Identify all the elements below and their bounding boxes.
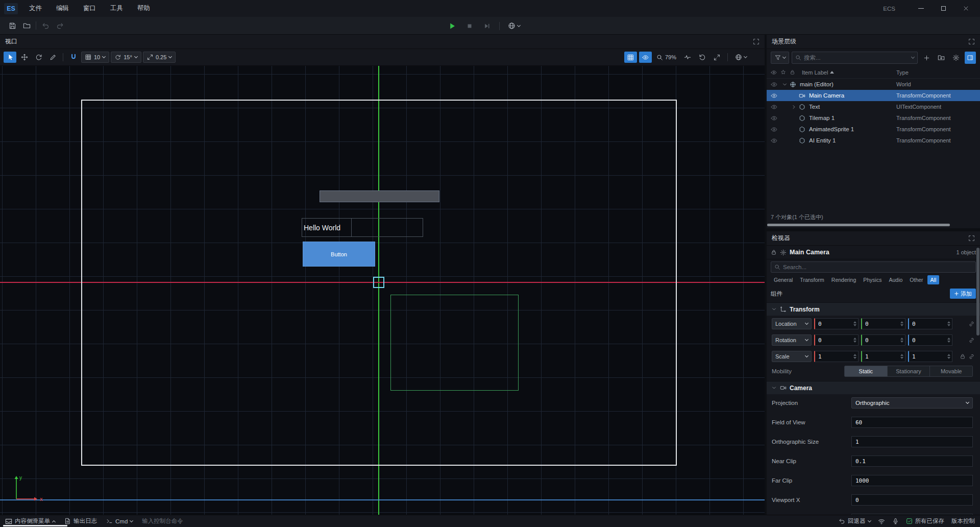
mobility-static[interactable]: Static	[845, 366, 888, 376]
expand-chevron[interactable]	[791, 104, 799, 110]
location-x-field[interactable]	[814, 318, 859, 329]
rotation-x-field[interactable]	[814, 334, 859, 346]
hierarchy-row[interactable]: Tilemap 1 TransformComponent	[767, 112, 980, 124]
rotation-x-input[interactable]	[815, 337, 853, 344]
scrollbar-thumb[interactable]	[976, 248, 979, 336]
scale-z-input[interactable]	[909, 353, 947, 360]
stats-button[interactable]	[681, 52, 694, 63]
origin-selection-box[interactable]	[373, 277, 384, 288]
location-mode-dropdown[interactable]: Location	[772, 318, 812, 329]
tab-physics[interactable]: Physics	[860, 275, 885, 284]
save-status-button[interactable]: 所有已保存	[906, 517, 945, 525]
scale-x-input[interactable]	[815, 353, 853, 360]
scale-x-field[interactable]	[814, 351, 859, 362]
scrollbar-thumb[interactable]	[767, 224, 950, 226]
tab-general[interactable]: General	[771, 275, 796, 284]
viewport-x-field[interactable]	[851, 494, 973, 506]
scale-mode-dropdown[interactable]: Scale	[772, 351, 812, 362]
stop-button[interactable]	[462, 19, 477, 33]
near-clip-field[interactable]	[851, 456, 973, 467]
reset-view-button[interactable]	[696, 52, 708, 63]
menu-help[interactable]: 帮助	[130, 0, 157, 17]
spinner[interactable]	[947, 354, 952, 359]
expand-panel-icon[interactable]	[968, 38, 975, 45]
output-log-button[interactable]: 输出日志	[64, 517, 97, 525]
rotate-tool-button[interactable]	[32, 52, 45, 63]
location-y-field[interactable]	[861, 318, 905, 329]
ui-button-widget[interactable]: Button	[303, 242, 375, 267]
angle-snap-dropdown[interactable]: 15°	[111, 52, 141, 63]
link-axes-icon[interactable]	[968, 337, 975, 344]
expand-panel-icon[interactable]	[968, 235, 975, 242]
spinner[interactable]	[853, 338, 858, 343]
visibility-toggle[interactable]	[771, 81, 782, 88]
eye-icon[interactable]	[771, 69, 777, 76]
tab-transform[interactable]: Transform	[797, 275, 827, 284]
spinner[interactable]	[947, 321, 952, 326]
hierarchy-search-input[interactable]	[804, 55, 909, 61]
select-tool-button[interactable]	[4, 52, 16, 63]
add-component-button[interactable]: 添加	[950, 289, 976, 299]
field-of-view-field[interactable]	[851, 417, 973, 428]
lock-icon[interactable]	[771, 249, 777, 255]
rotation-y-field[interactable]	[861, 334, 905, 346]
inspector-search[interactable]	[771, 261, 976, 273]
mobility-stationary[interactable]: Stationary	[888, 366, 930, 376]
maximize-button[interactable]	[932, 0, 954, 17]
inspector-search-input[interactable]	[783, 264, 972, 270]
world-dropdown[interactable]	[732, 51, 750, 64]
menu-file[interactable]: 文件	[22, 0, 49, 17]
rotation-y-input[interactable]	[862, 337, 900, 344]
ui-text-widget[interactable]: Hello World	[302, 218, 423, 237]
network-status-button[interactable]	[878, 518, 885, 525]
ui-slider-widget[interactable]	[320, 190, 439, 202]
revision-control-dropdown[interactable]: 回退器	[839, 517, 871, 525]
viewport-x-input[interactable]	[852, 497, 972, 504]
visibility-toggle[interactable]	[771, 126, 782, 133]
expand-panel-icon[interactable]	[753, 38, 760, 45]
hierarchy-row[interactable]: AnimatedSprite 1 TransformComponent	[767, 124, 980, 135]
column-type[interactable]: Type	[896, 69, 909, 76]
spinner[interactable]	[900, 354, 905, 359]
move-tool-button[interactable]	[18, 52, 31, 63]
visibility-toggle[interactable]	[771, 115, 782, 122]
near-clip-input[interactable]	[852, 458, 972, 465]
location-z-input[interactable]	[909, 321, 947, 327]
open-button[interactable]	[19, 19, 34, 32]
console-command-input[interactable]: 输入控制台命令	[142, 517, 183, 525]
scale-y-input[interactable]	[862, 353, 900, 360]
star-icon[interactable]	[780, 69, 786, 75]
spinner[interactable]	[900, 321, 905, 326]
field-of-view-input[interactable]	[852, 419, 972, 426]
spinner[interactable]	[853, 321, 858, 326]
transform-section-header[interactable]: Transform	[767, 302, 980, 316]
scale-z-field[interactable]	[908, 351, 952, 362]
orthographic-size-field[interactable]	[851, 436, 973, 447]
location-x-input[interactable]	[815, 321, 853, 327]
voice-button[interactable]	[892, 518, 899, 524]
redo-button[interactable]	[53, 19, 67, 32]
edit-tool-button[interactable]	[46, 52, 59, 63]
step-button[interactable]	[480, 19, 494, 33]
scale-snap-dropdown[interactable]: 0.25	[143, 52, 176, 63]
spinner[interactable]	[853, 354, 858, 359]
location-z-field[interactable]	[908, 318, 952, 329]
version-control-button[interactable]: 版本控制	[951, 517, 975, 525]
spinner[interactable]	[947, 338, 952, 343]
close-button[interactable]	[954, 0, 977, 17]
link-axes-icon[interactable]	[968, 353, 975, 360]
spinner[interactable]	[900, 338, 905, 343]
hierarchy-search[interactable]	[792, 52, 918, 64]
menu-edit[interactable]: 编辑	[49, 0, 76, 17]
tab-rendering[interactable]: Rendering	[828, 275, 859, 284]
rotation-mode-dropdown[interactable]: Rotation	[772, 334, 812, 346]
minimize-button[interactable]	[910, 0, 932, 17]
projection-select[interactable]: Orthographic	[851, 397, 973, 409]
grid-visibility-toggle[interactable]	[624, 52, 637, 63]
scene-canvas[interactable]: Hello World Button x y	[0, 65, 765, 515]
menu-tools[interactable]: 工具	[103, 0, 130, 17]
visibility-toggle[interactable]	[771, 137, 782, 144]
sprite-bounds-outline[interactable]	[390, 295, 519, 391]
rotation-z-input[interactable]	[909, 337, 947, 344]
tab-other[interactable]: Other	[906, 275, 926, 284]
